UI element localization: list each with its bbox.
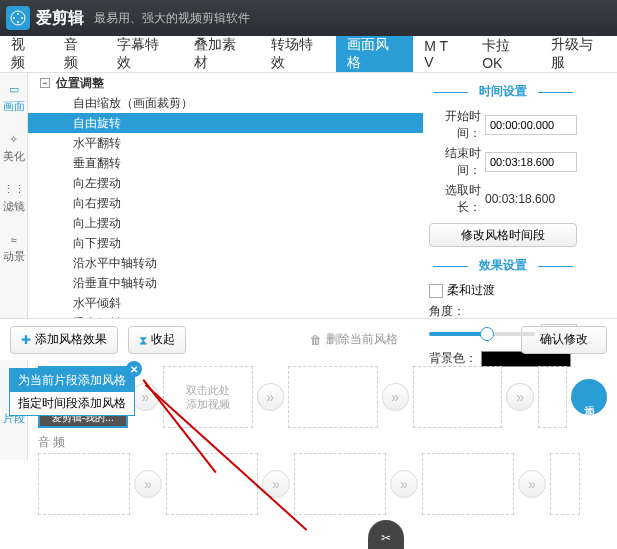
scissors-icon: ✂ [381, 531, 391, 545]
slider-knob[interactable] [480, 327, 494, 341]
tab-audio[interactable]: 音 频 [53, 36, 106, 72]
effect-item[interactable]: 自由缩放（画面裁剪） [28, 93, 423, 113]
hourglass-icon: ⧗ [139, 333, 147, 347]
clip-slot[interactable] [288, 366, 378, 428]
wave-icon: ≈ [5, 233, 23, 247]
collapse-button[interactable]: ⧗收起 [128, 326, 186, 354]
effect-list[interactable]: −位置调整 自由缩放（画面裁剪） 自由旋转 水平翻转 垂直翻转 向左摆动 向右摆… [28, 73, 423, 318]
duration-value: 00:03:18.600 [485, 192, 555, 206]
rail-screen[interactable]: ▭画面 [0, 73, 27, 123]
sparkle-icon: ✧ [5, 133, 23, 147]
start-time-input[interactable] [485, 115, 577, 135]
add-clip-button[interactable]: 添加 [571, 379, 607, 415]
effect-item[interactable]: 水平倾斜 [28, 293, 423, 313]
transition-slot[interactable]: » [390, 470, 418, 498]
effect-item[interactable]: 自由旋转 [28, 113, 423, 133]
effect-item[interactable]: 沿水平中轴转动 [28, 253, 423, 273]
add-effect-button[interactable]: ✚添加风格效果 [10, 326, 118, 354]
transition-slot[interactable]: » [257, 383, 284, 411]
tab-karaoke[interactable]: 卡拉OK [471, 36, 540, 72]
audio-slot[interactable] [422, 453, 514, 515]
tab-overlay[interactable]: 叠加素材 [183, 36, 260, 72]
rail-beauty[interactable]: ✧美化 [0, 123, 27, 173]
screen-icon: ▭ [5, 83, 23, 97]
add-video-placeholder[interactable]: 双击此处 添加视频 [163, 366, 253, 428]
close-icon[interactable]: ✕ [126, 361, 142, 377]
main-tabs: 视 频 音 频 字幕特效 叠加素材 转场特效 画面风格 M T V 卡拉OK 升… [0, 36, 617, 72]
soft-transition-checkbox[interactable] [429, 284, 443, 298]
duration-label: 选取时长： [429, 182, 481, 216]
end-time-input[interactable] [485, 152, 577, 172]
tab-transition[interactable]: 转场特效 [260, 36, 337, 72]
transition-slot[interactable]: » [382, 383, 409, 411]
trash-icon: 🗑 [310, 333, 322, 347]
effect-group-header[interactable]: −位置调整 [28, 73, 423, 93]
effect-item[interactable]: 向左摆动 [28, 173, 423, 193]
svg-point-1 [13, 17, 15, 19]
effect-item[interactable]: 向上摆动 [28, 213, 423, 233]
audio-slot[interactable] [294, 453, 386, 515]
effect-item[interactable]: 向右摆动 [28, 193, 423, 213]
transition-slot[interactable]: » [134, 470, 162, 498]
tab-video[interactable]: 视 频 [0, 36, 53, 72]
transition-slot[interactable]: » [518, 470, 546, 498]
menu-add-time-range[interactable]: 指定时间段添加风格 [10, 392, 134, 415]
scissors-button[interactable]: ✂ [368, 520, 404, 549]
menu-add-current-clip[interactable]: 为当前片段添加风格 [10, 369, 134, 392]
confirm-button[interactable]: 确认修改 [521, 326, 607, 354]
delete-effect-button[interactable]: 🗑删除当前风格 [310, 331, 398, 348]
filter-icon: ⋮⋮ [5, 183, 23, 197]
app-logo [6, 6, 30, 30]
angle-slider[interactable] [429, 332, 535, 336]
audio-slot[interactable] [550, 453, 580, 515]
effect-item[interactable]: 垂直倾斜 [28, 313, 423, 318]
effect-item[interactable]: 垂直翻转 [28, 153, 423, 173]
tab-upgrade[interactable]: 升级与服 [540, 36, 617, 72]
transition-slot[interactable]: » [506, 383, 533, 411]
clip-slot[interactable] [538, 366, 567, 428]
audio-track-label: 音 频 [38, 434, 607, 451]
fx-section-title: 效果设置 [429, 257, 577, 274]
modify-time-button[interactable]: 修改风格时间段 [429, 223, 577, 247]
collapse-icon: − [40, 78, 50, 88]
end-time-label: 结束时间： [429, 145, 481, 179]
settings-panel: 时间设置 开始时间： 结束时间： 选取时长：00:03:18.600 修改风格时… [423, 73, 583, 318]
effect-item[interactable]: 向下摆动 [28, 233, 423, 253]
audio-slot[interactable] [38, 453, 130, 515]
tab-mtv[interactable]: M T V [413, 36, 471, 72]
rail-filter[interactable]: ⋮⋮滤镜 [0, 173, 27, 223]
svg-point-4 [17, 21, 19, 23]
add-effect-popup: 为当前片段添加风格 指定时间段添加风格 ✕ [9, 368, 135, 416]
rail-dynamic[interactable]: ≈动景 [0, 223, 27, 273]
audio-track: » » » » [38, 453, 607, 515]
effect-item[interactable]: 沿垂直中轴转动 [28, 273, 423, 293]
clip-slot[interactable] [413, 366, 503, 428]
titlebar: 爱剪辑 最易用、强大的视频剪辑软件 [0, 0, 617, 36]
svg-point-2 [21, 17, 23, 19]
tab-style[interactable]: 画面风格 [336, 36, 413, 72]
angle-label: 角度： [429, 303, 465, 320]
app-name: 爱剪辑 [36, 8, 84, 29]
time-section-title: 时间设置 [429, 83, 577, 100]
effect-item[interactable]: 水平翻转 [28, 133, 423, 153]
audio-slot[interactable] [166, 453, 258, 515]
category-rail: ▭画面 ✧美化 ⋮⋮滤镜 ≈动景 [0, 73, 28, 318]
svg-point-3 [17, 13, 19, 15]
soft-transition-label: 柔和过渡 [447, 282, 495, 299]
app-subtitle: 最易用、强大的视频剪辑软件 [94, 10, 250, 27]
tab-subtitle[interactable]: 字幕特效 [106, 36, 183, 72]
plus-icon: ✚ [21, 333, 31, 347]
start-time-label: 开始时间： [429, 108, 481, 142]
